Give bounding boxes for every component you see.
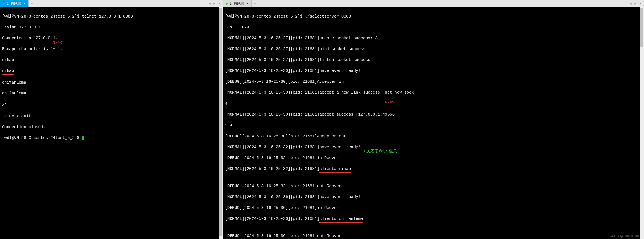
- scrollbar-thumb[interactable]: [219, 8, 222, 236]
- output-line: client# nihao: [319, 166, 351, 173]
- scrollbar-thumb[interactable]: [640, 8, 643, 47]
- shell-command: telnet 127.0.0.1 8080: [79, 14, 133, 19]
- output-line: Trying 127.0.0.1...: [2, 25, 221, 30]
- tab-menu-icon[interactable]: ▾: [638, 2, 642, 6]
- output-line: client# chifanlema: [319, 216, 363, 223]
- output-line: nihao: [2, 57, 221, 63]
- status-dot-icon: [226, 3, 228, 5]
- close-icon[interactable]: ×: [246, 2, 249, 6]
- tabbar-right: 1 腾讯云 × + ◀ ▶ ▾: [223, 0, 644, 7]
- output-line: [NORMAL][2024-5-3 16-25-30][pid: 21681]a…: [225, 112, 642, 118]
- terminal-pane-left: 1 腾讯云 × + ◀ ▶ ▾ [wdl@VM-28-3-centos 24te…: [0, 0, 223, 239]
- tab-nav-right: ◀ ▶ ▾: [627, 0, 644, 7]
- shell-prompt: [wdl@VM-28-3-centos 24test_5_2]$: [2, 14, 79, 19]
- output-line: [NORMAL][2024-5-3 16-25-27][pid: 21681]l…: [225, 57, 642, 63]
- scrollbar-left[interactable]: [219, 7, 223, 239]
- shell-prompt: [wdl@VM-28-3-centos 24test_5_2]$: [2, 136, 82, 140]
- cursor-icon: [82, 136, 84, 140]
- output-line: [NORMAL][2024-5-3 16-25-30][pid: 21681]h…: [225, 68, 642, 74]
- output-line: Escape character is '^]'.: [2, 47, 221, 52]
- tab-menu-icon[interactable]: ▾: [217, 2, 221, 6]
- scrollbar-right[interactable]: [640, 7, 644, 239]
- output-line: [NORMAL][2024-5-3 16-25-27][pid: 21681]c…: [225, 36, 642, 41]
- output-line: [DEBUG][2024-5-3 16-25-30][pid: 21681]Ac…: [225, 134, 642, 139]
- shell-prompt: [wdl@VM-28-3-centos 24test_5_2]$: [225, 14, 302, 19]
- tab-index: 1: [229, 2, 232, 6]
- add-tab-button[interactable]: +: [252, 0, 258, 7]
- output-line: [NORMAL][2024-5-3 16-25-32][pid: 21681]h…: [225, 145, 642, 150]
- terminal-output-right[interactable]: [wdl@VM-28-3-centos 24test_5_2]$ ./selec…: [223, 7, 644, 239]
- tab-nav-left: ◀ ▶ ▾: [206, 0, 223, 7]
- output-line: [DEBUG][2024-5-3 16-25-36][pid: 21681]in…: [225, 205, 642, 211]
- output-line: chifanlema: [2, 80, 221, 86]
- output-line: test: 1024: [225, 25, 642, 30]
- tab-index: 1: [6, 2, 9, 6]
- tab-left-1[interactable]: 1 腾讯云 ×: [0, 0, 29, 7]
- output-line: Connection closed.: [2, 125, 221, 130]
- output-line: 3 4: [225, 123, 642, 128]
- tab-title: 腾讯云: [10, 1, 21, 6]
- output-line: [DEBUG][2024-5-3 16-25-32][pid: 21681]ou…: [225, 184, 642, 189]
- output-line: [NORMAL][2024-5-3 16-25-36][pid: 21681]: [225, 216, 319, 221]
- terminal-pane-right: 1 腾讯云 × + ◀ ▶ ▾ [wdl@VM-28-3-centos 24te…: [223, 0, 644, 239]
- status-dot-icon: [3, 3, 5, 5]
- tab-right-1[interactable]: 1 腾讯云 ×: [223, 0, 252, 7]
- shell-command: ./selectserver 8080: [302, 14, 351, 19]
- output-line: chifanlema: [2, 91, 26, 97]
- output-line: [DEBUG][2024-5-3 16-25-30][pid: 21681]Ac…: [225, 79, 642, 85]
- add-tab-button[interactable]: +: [29, 0, 35, 7]
- output-line: ^]: [2, 103, 221, 108]
- tabbar-left: 1 腾讯云 × + ◀ ▶ ▾: [0, 0, 223, 7]
- close-icon[interactable]: ×: [23, 2, 26, 6]
- prev-tab-icon[interactable]: ◀: [208, 2, 211, 6]
- output-line: nihao: [2, 68, 14, 75]
- output-line: [DEBUG][2024-5-3 16-25-36][pid: 21681]ou…: [225, 233, 642, 239]
- prev-tab-icon[interactable]: ◀: [629, 2, 632, 6]
- next-tab-icon[interactable]: ▶: [634, 2, 637, 6]
- output-line: [NORMAL][2024-5-3 16-25-30][pid: 21681]a…: [225, 90, 642, 96]
- output-line: telnet> quit: [2, 114, 221, 119]
- output-line: 4: [225, 101, 642, 107]
- tab-title: 腾讯云: [233, 1, 244, 6]
- output-line: [NORMAL][2024-5-3 16-25-27][pid: 21681]b…: [225, 47, 642, 52]
- terminal-output-left[interactable]: [wdl@VM-28-3-centos 24test_5_2]$ telnet …: [0, 7, 223, 239]
- output-line: Connected to 127.0.0.1.: [2, 36, 221, 41]
- output-line: [NORMAL][2024-5-3 16-25-36][pid: 21681]h…: [225, 194, 642, 200]
- output-line: [DEBUG][2024-5-3 16-25-32][pid: 21681]in…: [225, 155, 642, 161]
- output-line: [NORMAL][2024-5-3 16-25-32][pid: 21681]: [225, 167, 319, 171]
- watermark: CSDN @LuckyRich1: [609, 234, 641, 238]
- next-tab-icon[interactable]: ▶: [213, 2, 216, 6]
